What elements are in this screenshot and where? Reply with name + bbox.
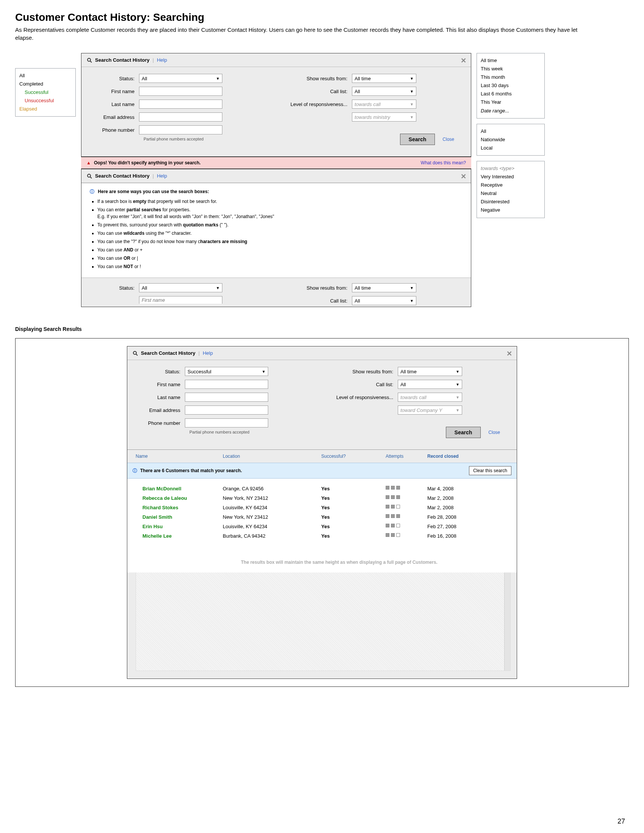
result-name[interactable]: Daniel Smith bbox=[142, 514, 223, 520]
email-input[interactable] bbox=[139, 113, 222, 122]
result-name[interactable]: Rebecca de Laleou bbox=[142, 495, 223, 501]
status-option-elapsed[interactable]: Elapsed bbox=[19, 105, 72, 113]
table-row[interactable]: Michelle LeeBurbank, CA 94342YesFeb 16, … bbox=[127, 531, 517, 541]
resp-option[interactable]: Very Interested bbox=[481, 173, 541, 181]
showfrom-value: All time bbox=[401, 369, 417, 375]
help-link[interactable]: Help bbox=[203, 350, 213, 356]
info-icon: ⓘ bbox=[133, 468, 137, 474]
close-link[interactable]: Close bbox=[488, 430, 500, 435]
towards-company-select[interactable]: toward Company Y ▼ bbox=[398, 405, 462, 415]
table-row[interactable]: Daniel SmithNew York, NY 23412YesFeb 28,… bbox=[127, 512, 517, 522]
help-link[interactable]: Help bbox=[157, 173, 167, 179]
phone-input[interactable] bbox=[139, 125, 222, 134]
towards-call-select[interactable]: towards call ▼ bbox=[352, 100, 416, 109]
resp-option[interactable]: Neutral bbox=[481, 189, 541, 198]
result-attempts bbox=[386, 514, 427, 520]
resp-option[interactable]: Disinterested bbox=[481, 198, 541, 206]
towards-ministry-select[interactable]: towards ministry ▼ bbox=[352, 113, 416, 122]
table-row[interactable]: Erin HsuLouisville, KY 64234YesFeb 27, 2… bbox=[127, 522, 517, 531]
page-intro: As Representatives complete Customer rec… bbox=[15, 26, 583, 42]
time-option-range[interactable]: Date range... bbox=[481, 107, 541, 115]
towards-call-value: towards call bbox=[354, 101, 381, 107]
resp-option[interactable]: Negative bbox=[481, 206, 541, 214]
firstname-input-cut[interactable] bbox=[139, 296, 222, 304]
time-option[interactable]: Last 30 days bbox=[481, 81, 541, 90]
towards-company-value: toward Company Y bbox=[401, 407, 442, 413]
ghost-note: The results box will maintain the same h… bbox=[127, 541, 517, 572]
help-item: To prevent this, surround your search wi… bbox=[97, 222, 462, 228]
status-label: Status: bbox=[90, 285, 139, 291]
status-option-unsuccessful[interactable]: Unsuccessful bbox=[19, 96, 72, 105]
error-help-link[interactable]: What does this mean? bbox=[421, 160, 466, 166]
attempt-square-icon bbox=[391, 514, 395, 518]
responsiveness-label: Level of responsiveness... bbox=[284, 101, 352, 107]
calllist-option[interactable]: All bbox=[481, 127, 541, 135]
status-select[interactable]: Successful ▼ bbox=[185, 367, 268, 376]
title-separator: | bbox=[153, 57, 154, 63]
phone-hint: Partial phone numbers accepted bbox=[135, 430, 314, 434]
resp-header: towards <type> bbox=[481, 164, 541, 173]
firstname-input[interactable] bbox=[185, 380, 268, 389]
search-button[interactable]: Search bbox=[446, 427, 481, 438]
col-name[interactable]: Name bbox=[135, 453, 223, 459]
col-location[interactable]: Location bbox=[223, 453, 321, 459]
phone-label: Phone number bbox=[135, 420, 185, 426]
time-option[interactable]: This week bbox=[481, 65, 541, 73]
close-icon[interactable]: ✕ bbox=[507, 349, 512, 358]
scrollbar[interactable] bbox=[504, 572, 510, 671]
status-select[interactable]: All ▼ bbox=[139, 283, 222, 292]
phone-hint: Partial phone numbers accepted bbox=[90, 137, 269, 141]
clear-search-button[interactable]: Clear this search bbox=[469, 466, 511, 475]
showfrom-select[interactable]: All time ▼ bbox=[352, 74, 416, 83]
help-body: ⓘ Here are some ways you can use the sea… bbox=[81, 183, 471, 278]
table-row[interactable]: Rebecca de LaleouNew York, NY 23412YesMa… bbox=[127, 494, 517, 503]
calllist-option[interactable]: Local bbox=[481, 144, 541, 152]
col-attempts[interactable]: Attempts bbox=[386, 453, 427, 459]
lastname-input[interactable] bbox=[139, 100, 222, 109]
result-date: Feb 16, 2008 bbox=[427, 533, 509, 539]
attempt-square-icon bbox=[386, 495, 390, 499]
calllist-value: All bbox=[354, 88, 360, 94]
calllist-select[interactable]: All ▼ bbox=[398, 380, 462, 389]
table-row[interactable]: Brian McDonnellOrange, CA 92456YesMar 4,… bbox=[127, 484, 517, 494]
attempt-square-icon bbox=[386, 514, 390, 518]
close-icon[interactable]: ✕ bbox=[460, 56, 466, 65]
time-option[interactable]: All time bbox=[481, 56, 541, 65]
result-name[interactable]: Brian McDonnell bbox=[142, 486, 223, 492]
close-link[interactable]: Close bbox=[443, 137, 454, 142]
time-option[interactable]: This Year bbox=[481, 98, 541, 106]
calllist-select[interactable]: All ▼ bbox=[352, 296, 416, 305]
help-item: If a search box is empty that property w… bbox=[97, 198, 462, 205]
attempt-square-icon bbox=[396, 486, 400, 490]
result-name[interactable]: Richard Stokes bbox=[142, 505, 223, 510]
result-name[interactable]: Erin Hsu bbox=[142, 524, 223, 529]
calllist-select[interactable]: All ▼ bbox=[352, 87, 416, 96]
calllist-option[interactable]: Nationwide bbox=[481, 135, 541, 144]
status-option-all[interactable]: All bbox=[19, 72, 72, 80]
chevron-down-icon: ▼ bbox=[410, 102, 414, 106]
close-icon[interactable]: ✕ bbox=[460, 172, 466, 181]
firstname-input[interactable] bbox=[139, 87, 222, 96]
result-name[interactable]: Michelle Lee bbox=[142, 533, 223, 539]
search-button[interactable]: Search bbox=[400, 133, 435, 145]
status-option-completed[interactable]: Completed bbox=[19, 80, 72, 88]
result-date: Mar 2, 2008 bbox=[427, 505, 509, 510]
attempt-square-icon bbox=[391, 505, 395, 508]
status-option-successful[interactable]: Successful bbox=[19, 88, 72, 96]
help-link[interactable]: Help bbox=[157, 57, 167, 63]
help-lead: Here are some ways you can use the searc… bbox=[98, 189, 209, 194]
time-option[interactable]: Last 6 months bbox=[481, 90, 541, 98]
status-select[interactable]: All ▼ bbox=[139, 74, 222, 83]
table-row[interactable]: Richard StokesLouisville, KY 64234YesMar… bbox=[127, 503, 517, 512]
lastname-input[interactable] bbox=[185, 392, 268, 402]
showfrom-select[interactable]: All time ▼ bbox=[352, 283, 416, 292]
email-input[interactable] bbox=[185, 405, 268, 415]
showfrom-select[interactable]: All time ▼ bbox=[398, 367, 462, 376]
svg-point-2 bbox=[87, 174, 90, 177]
col-successful[interactable]: Successful? bbox=[321, 453, 386, 459]
towards-call-select[interactable]: towards call ▼ bbox=[398, 392, 462, 402]
phone-input[interactable] bbox=[185, 418, 268, 428]
resp-option[interactable]: Receptive bbox=[481, 181, 541, 189]
time-option[interactable]: This month bbox=[481, 73, 541, 81]
col-closed[interactable]: Record closed bbox=[427, 453, 509, 459]
